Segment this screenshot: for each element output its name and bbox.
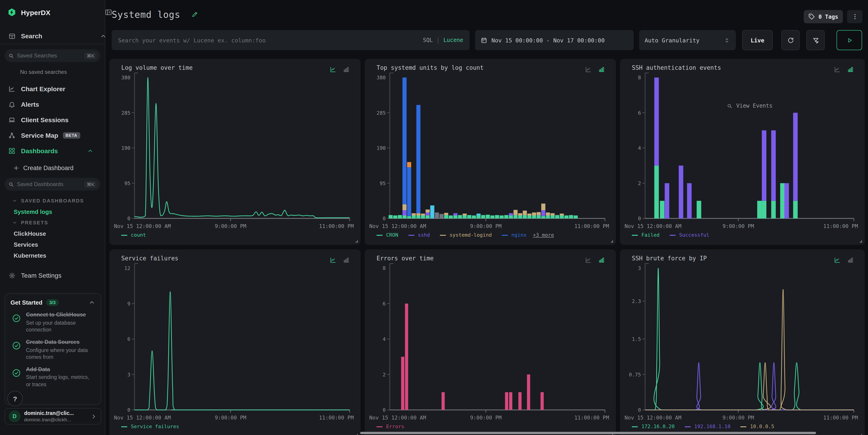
svg-text:190: 190 bbox=[377, 145, 386, 151]
svg-text:0: 0 bbox=[638, 216, 641, 221]
saved-searches-input[interactable]: Saved Searches ⌘K bbox=[5, 49, 100, 62]
chart-legend: 172.16.0.20192.168.1.1010.0.0.5 bbox=[632, 424, 774, 430]
sidebar-item-dashboards[interactable]: Dashboards bbox=[0, 143, 105, 159]
chart-legend: count bbox=[121, 232, 146, 238]
plus-icon bbox=[13, 164, 20, 171]
help-button[interactable]: ? bbox=[7, 391, 23, 406]
chart-panel-4: Service failures036912Nov 15 12:00:00 AM… bbox=[110, 249, 361, 435]
horizontal-scrollbar[interactable] bbox=[360, 432, 816, 434]
mode-sql[interactable]: SQL bbox=[423, 37, 433, 43]
service-map-icon bbox=[7, 132, 17, 139]
svg-text:9:00:00 PM: 9:00:00 PM bbox=[215, 415, 246, 421]
panel-resize-handle[interactable] bbox=[608, 238, 614, 243]
sidebar-item-service-map[interactable]: Service MapBETA bbox=[0, 128, 105, 143]
chevron-down-icon bbox=[12, 220, 17, 225]
svg-text:9:00:00 PM: 9:00:00 PM bbox=[470, 223, 501, 229]
chevron-down-icon bbox=[12, 198, 17, 204]
svg-text:3: 3 bbox=[127, 372, 130, 377]
search-icon bbox=[8, 181, 14, 187]
legend-item[interactable]: 172.16.0.20 bbox=[632, 424, 675, 430]
svg-text:Nov 15 12:00:00 AM: Nov 15 12:00:00 AM bbox=[625, 415, 681, 421]
get-started-step[interactable]: Connect to ClickHouseSet up your databas… bbox=[10, 311, 95, 333]
svg-text:11:00:00 PM: 11:00:00 PM bbox=[575, 223, 609, 229]
legend-item[interactable]: 10.0.0.5 bbox=[741, 424, 774, 430]
svg-text:9:00:00 PM: 9:00:00 PM bbox=[470, 415, 501, 421]
get-started-step[interactable]: Add DataStart sending logs, metrics, or … bbox=[10, 366, 95, 388]
live-button[interactable]: Live bbox=[742, 30, 773, 50]
svg-text:6: 6 bbox=[127, 336, 130, 342]
get-started-title: Get Started bbox=[10, 299, 42, 306]
legend-item[interactable]: Service failures bbox=[121, 424, 179, 430]
saved-dashboards-input[interactable]: Saved Dashboards ⌘K bbox=[5, 178, 100, 191]
chevron-up-icon bbox=[86, 148, 95, 154]
filter-button[interactable] bbox=[806, 30, 825, 50]
legend-item[interactable]: CRON bbox=[377, 232, 398, 238]
time-range-value: Nov 15 00:00:00 - Nov 17 00:00:00 bbox=[491, 37, 605, 43]
svg-text:1.5: 1.5 bbox=[632, 336, 641, 342]
dashboard-link-systemd-logs[interactable]: Systemd logs bbox=[0, 206, 105, 217]
svg-text:9: 9 bbox=[127, 301, 130, 307]
time-range-input[interactable]: Nov 15 00:00:00 - Nov 17 00:00:00 bbox=[475, 30, 634, 50]
chart-canvas: 02468Nov 15 12:00:00 AM9:00:00 PM11:00:0… bbox=[620, 59, 865, 245]
mode-lucene[interactable]: Lucene bbox=[443, 37, 463, 43]
tags-button[interactable]: 0 Tags bbox=[804, 10, 843, 23]
hyperdx-app: HyperDX Search Saved Searches ⌘K No save… bbox=[0, 0, 868, 435]
sidebar-item-search[interactable]: Search bbox=[0, 28, 118, 44]
sidebar-item-label: Alerts bbox=[21, 101, 39, 108]
svg-text:4: 4 bbox=[638, 145, 641, 151]
sidebar-item-label: Dashboards bbox=[21, 147, 58, 155]
view-events-button[interactable]: View Events bbox=[727, 102, 773, 109]
svg-text:11:00:00 PM: 11:00:00 PM bbox=[823, 415, 858, 421]
get-started-card: Get Started 3/3 Connect to ClickHouseSet… bbox=[5, 293, 101, 405]
run-query-button[interactable] bbox=[837, 30, 862, 50]
sidebar-item-alerts[interactable]: Alerts bbox=[0, 97, 105, 112]
section-header[interactable]: PRESETS bbox=[0, 217, 105, 228]
step-description: Configure where your data comes from bbox=[26, 347, 95, 361]
dashboard-link-kubernetes[interactable]: Kubernetes bbox=[0, 250, 105, 261]
legend-item[interactable]: systemd-logind bbox=[440, 232, 492, 238]
user-menu[interactable]: D dominic.tran@clic... dominic.tran@clic… bbox=[5, 408, 101, 425]
section-header[interactable]: SAVED DASHBOARDS bbox=[0, 195, 105, 206]
filter-edit-icon bbox=[812, 37, 819, 43]
svg-text:Nov 15 12:00:00 AM: Nov 15 12:00:00 AM bbox=[114, 223, 171, 229]
panel-resize-handle[interactable] bbox=[353, 238, 358, 243]
create-dashboard-button[interactable]: Create Dashboard bbox=[0, 161, 118, 174]
dashboard-link-services[interactable]: Services bbox=[0, 239, 105, 250]
get-started-header[interactable]: Get Started 3/3 bbox=[10, 299, 95, 306]
legend-item[interactable]: 192.168.1.10 bbox=[685, 424, 731, 430]
event-search-input[interactable]: Search your events w/ Lucene ex. column:… bbox=[112, 30, 470, 50]
legend-item[interactable]: sshd bbox=[408, 232, 430, 238]
svg-text:4: 4 bbox=[383, 336, 386, 342]
dashboard-link-clickhouse[interactable]: ClickHouse bbox=[0, 228, 105, 239]
chart-canvas: 095190285380Nov 15 12:00:00 AM9:00:00 PM… bbox=[365, 59, 616, 245]
sidebar-item-client-sessions[interactable]: Client Sessions bbox=[0, 112, 105, 128]
saved-searches-placeholder: Saved Searches bbox=[17, 53, 85, 59]
user-email: dominic.tran@clickh... bbox=[24, 416, 90, 423]
get-started-step[interactable]: Create Data SourcesConfigure where your … bbox=[10, 339, 95, 361]
check-circle-icon bbox=[11, 313, 22, 323]
sidebar-item-label: Service Map bbox=[21, 132, 58, 139]
svg-text:11:00:00 PM: 11:00:00 PM bbox=[575, 415, 609, 421]
sidebar-item-team-settings[interactable]: Team Settings bbox=[0, 269, 118, 282]
legend-more-link[interactable]: +3 more bbox=[533, 232, 554, 238]
collapse-sidebar-icon[interactable] bbox=[105, 9, 112, 16]
sidebar-item-chart-explorer[interactable]: Chart Explorer bbox=[0, 81, 105, 97]
play-icon bbox=[846, 37, 853, 43]
granularity-select[interactable]: Auto Granularity bbox=[639, 30, 736, 50]
dashboard-menu-button[interactable] bbox=[847, 10, 863, 23]
legend-item[interactable]: count bbox=[121, 232, 146, 238]
step-description: Set up your database connection bbox=[26, 319, 95, 333]
panel-resize-handle[interactable] bbox=[353, 431, 358, 435]
edit-title-pencil-icon[interactable] bbox=[191, 11, 198, 18]
create-dashboard-label: Create Dashboard bbox=[23, 164, 73, 171]
panel-resize-handle[interactable] bbox=[857, 238, 863, 243]
window-icon bbox=[7, 33, 17, 39]
legend-item[interactable]: Successful bbox=[670, 232, 709, 238]
panel-resize-handle[interactable] bbox=[857, 431, 863, 435]
legend-item[interactable]: Failed bbox=[632, 232, 660, 238]
refresh-button[interactable] bbox=[781, 30, 800, 50]
sidebar-item-label: Client Sessions bbox=[21, 116, 69, 124]
legend-item[interactable]: nginx bbox=[502, 232, 526, 238]
sidebar-item-label: Search bbox=[21, 32, 42, 40]
legend-item[interactable]: Errors bbox=[377, 424, 404, 430]
